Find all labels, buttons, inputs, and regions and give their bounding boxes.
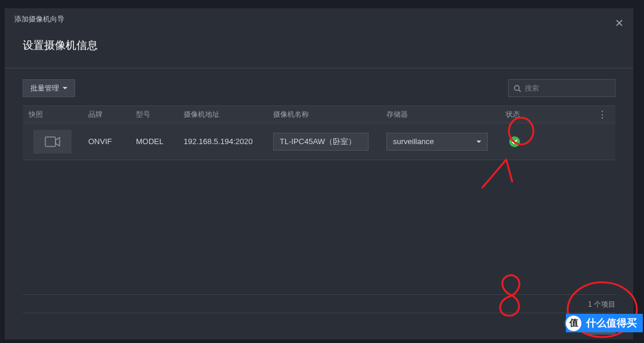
col-status: 状态 xyxy=(500,110,541,120)
search-box[interactable] xyxy=(508,79,615,97)
col-storage: 存储器 xyxy=(380,110,500,120)
footer-buttons: 上一步 xyxy=(23,313,615,335)
watermark-text: 什么值得买 xyxy=(586,316,637,330)
search-icon xyxy=(513,85,521,92)
page-title: 设置摄像机信息 xyxy=(23,38,615,52)
header: 设置摄像机信息 xyxy=(5,30,633,68)
cell-address: 192.168.5.194:2020 xyxy=(178,137,267,146)
more-icon[interactable]: ⋮ xyxy=(541,109,615,120)
footer-status: 1 个项目 xyxy=(23,294,615,310)
cell-name: TL-IPC45AW（卧室） xyxy=(267,133,380,151)
camera-table: 快照 品牌 型号 摄像机地址 摄像机名称 存储器 状态 ⋮ ONVIF MODE… xyxy=(23,105,615,160)
cell-status xyxy=(500,136,541,147)
camera-name-value: TL-IPC45AW（卧室） xyxy=(280,136,356,147)
storage-select[interactable]: surveillance xyxy=(386,133,488,151)
video-camera-icon xyxy=(45,136,60,147)
search-input[interactable] xyxy=(525,84,610,92)
cell-snapshot xyxy=(23,130,82,154)
col-name: 摄像机名称 xyxy=(267,110,380,120)
col-model: 型号 xyxy=(130,110,178,120)
window-title: 添加摄像机向导 xyxy=(14,14,64,24)
col-snapshot: 快照 xyxy=(23,110,82,120)
watermark-badge: 值 xyxy=(565,314,583,332)
chevron-down-icon xyxy=(63,87,67,89)
toolbar: 批量管理 xyxy=(5,68,633,105)
col-address: 摄像机地址 xyxy=(178,110,267,120)
storage-value: surveillance xyxy=(393,137,434,146)
svg-rect-2 xyxy=(45,137,55,146)
batch-manage-button[interactable]: 批量管理 xyxy=(23,79,75,97)
batch-manage-label: 批量管理 xyxy=(30,83,59,93)
cell-storage: surveillance xyxy=(380,133,500,151)
table-header: 快照 品牌 型号 摄像机地址 摄像机名称 存储器 状态 ⋮ xyxy=(23,105,615,123)
add-camera-wizard-modal: 添加摄像机向导 ✕ 设置摄像机信息 批量管理 快照 品牌 型号 摄像机地址 摄像… xyxy=(5,8,633,339)
svg-point-0 xyxy=(515,85,519,90)
svg-line-1 xyxy=(519,89,521,91)
cell-model: MODEL xyxy=(130,137,178,146)
camera-thumbnail xyxy=(33,130,72,154)
watermark: 值 什么值得买 xyxy=(566,314,643,332)
close-icon[interactable]: ✕ xyxy=(612,17,626,30)
titlebar: 添加摄像机向导 xyxy=(5,8,633,30)
status-ok-icon xyxy=(509,136,520,147)
camera-name-input[interactable]: TL-IPC45AW（卧室） xyxy=(273,133,369,151)
chevron-down-icon xyxy=(476,141,481,143)
col-brand: 品牌 xyxy=(82,110,130,120)
cell-brand: ONVIF xyxy=(82,137,130,146)
item-count-label: 1 个项目 xyxy=(588,300,615,308)
table-row[interactable]: ONVIF MODEL 192.168.5.194:2020 TL-IPC45A… xyxy=(23,123,615,160)
